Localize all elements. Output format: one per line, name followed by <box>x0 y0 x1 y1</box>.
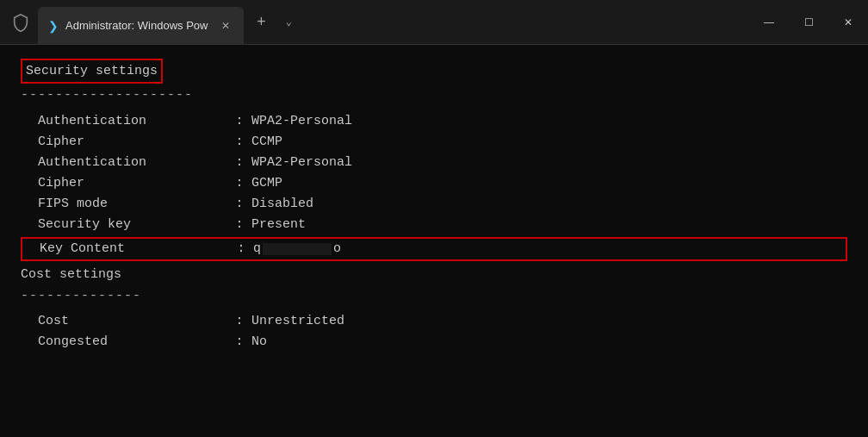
row-key: FIPS mode <box>38 194 227 215</box>
row-value: GCMP <box>251 173 282 194</box>
row-colon: : <box>227 173 251 194</box>
row-value: Present <box>251 215 306 235</box>
security-title-box: Security settings <box>21 59 847 85</box>
close-button[interactable]: ✕ <box>828 0 868 44</box>
row-colon: : <box>227 132 251 153</box>
table-row: Authentication : WPA2-Personal <box>21 153 847 173</box>
window-controls: — ☐ ✕ <box>749 0 868 44</box>
row-value: No <box>251 332 267 353</box>
row-colon: : <box>227 194 251 215</box>
key-content-row: Key Content : q o <box>21 237 847 261</box>
table-row: FIPS mode : Disabled <box>21 194 847 215</box>
terminal-content: Security settings -------------------- A… <box>0 45 868 437</box>
row-colon: : <box>227 311 251 332</box>
row-key: Cipher <box>38 132 227 153</box>
key-value-end: o <box>333 239 341 259</box>
row-colon: : <box>227 332 251 353</box>
row-key: Authentication <box>38 111 227 132</box>
cost-title: Cost settings <box>21 265 121 284</box>
row-colon: : <box>227 215 251 235</box>
key-content-colon: : <box>229 239 253 259</box>
row-value: Unrestricted <box>251 311 344 332</box>
row-value: Disabled <box>251 194 313 215</box>
tab-close-button[interactable]: ✕ <box>218 18 233 34</box>
table-row: Cipher : CCMP <box>21 132 847 153</box>
row-key: Cost <box>38 311 227 332</box>
tab-dropdown-button[interactable]: ⌄ <box>276 10 301 34</box>
table-row: Cost : Unrestricted <box>21 311 847 332</box>
cost-section: Cost settings -------------- Cost : Unre… <box>21 265 847 353</box>
row-key: Congested <box>38 332 227 353</box>
table-row: Congested : No <box>21 332 847 353</box>
key-content-value: q o <box>253 239 341 259</box>
security-title: Security settings <box>21 59 163 84</box>
key-content-label: Key Content <box>40 239 229 259</box>
table-row: Authentication : WPA2-Personal <box>21 111 847 132</box>
tab-label: Administrator: Windows Pow <box>65 19 208 32</box>
row-value: CCMP <box>251 132 282 153</box>
row-value: WPA2-Personal <box>251 153 352 173</box>
table-row: Security key : Present <box>21 215 847 235</box>
new-tab-button[interactable]: + <box>247 9 275 36</box>
row-colon: : <box>227 111 251 132</box>
security-separator: -------------------- <box>21 85 847 105</box>
key-value-start: q <box>253 239 261 259</box>
row-colon: : <box>227 153 251 173</box>
cost-title-line: Cost settings <box>21 265 847 286</box>
cost-separator: -------------- <box>21 286 847 306</box>
row-key: Security key <box>38 215 227 235</box>
titlebar: ❯ Administrator: Windows Pow ✕ + ⌄ — ☐ ✕ <box>0 0 868 45</box>
tab-area: ❯ Administrator: Windows Pow ✕ + ⌄ <box>38 0 749 44</box>
powershell-icon: ❯ <box>48 19 59 33</box>
shield-icon <box>7 9 34 36</box>
row-key: Cipher <box>38 173 227 194</box>
maximize-button[interactable]: ☐ <box>789 0 828 44</box>
tab-powershell[interactable]: ❯ Administrator: Windows Pow ✕ <box>38 7 244 44</box>
minimize-button[interactable]: — <box>749 0 789 44</box>
key-content-redacted <box>263 243 332 255</box>
row-key: Authentication <box>38 153 227 173</box>
table-row: Cipher : GCMP <box>21 173 847 194</box>
row-value: WPA2-Personal <box>251 111 352 132</box>
